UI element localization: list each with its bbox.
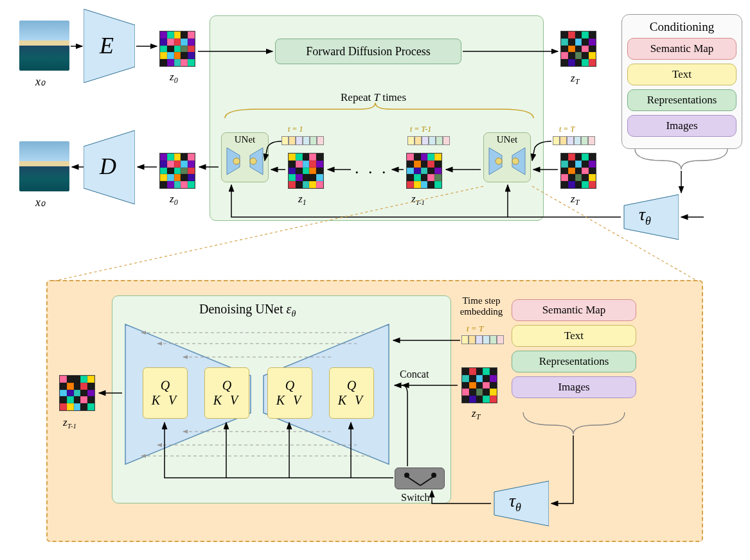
switch-block xyxy=(395,468,445,489)
zT-top-label: zT xyxy=(571,72,579,87)
ts-1-label: t = 1 xyxy=(288,125,303,134)
unet-label-right: UNet xyxy=(497,134,518,145)
z0-bot-label: z0 xyxy=(170,193,178,207)
unet-icon-r xyxy=(488,146,526,176)
svg-marker-23 xyxy=(494,481,549,526)
zT-in-label: zT xyxy=(472,407,480,422)
qkv-block-2: QK V xyxy=(204,367,249,419)
svg-point-3 xyxy=(233,158,240,164)
qkv-block-1: QK V xyxy=(143,367,188,419)
forward-diffusion-label: Forward Diffusion Process xyxy=(306,45,431,58)
latent-z0-top xyxy=(159,31,195,67)
switch-label: Switch xyxy=(401,492,429,503)
cond-semantic-map: Semantic Map xyxy=(627,38,737,60)
ts-T1-label: t = T-1 xyxy=(410,125,431,134)
denoising-title: Denoising UNet εθ xyxy=(199,302,296,319)
concat-label: Concat xyxy=(400,369,429,380)
output-image xyxy=(19,141,69,191)
forward-diffusion-box: Forward Diffusion Process xyxy=(275,39,461,64)
cond-semantic-map-d: Semantic Map xyxy=(512,299,636,321)
decoder-label: D xyxy=(100,153,116,180)
latent-zT-1-out xyxy=(59,375,95,411)
cond-images: Images xyxy=(627,115,737,137)
ts-strip-T-top xyxy=(553,136,595,145)
latent-zT-mid xyxy=(560,153,596,189)
ts-strip-T1 xyxy=(407,136,450,145)
qkv-block-4: QK V xyxy=(329,367,374,419)
zT-1-out-label: zT-1 xyxy=(63,416,76,430)
qkv-block-3: QK V xyxy=(267,367,312,419)
svg-marker-10 xyxy=(624,195,679,240)
ts-T-label-top: t = T xyxy=(559,125,575,134)
zT-mid-label: zT xyxy=(571,193,579,207)
input-image xyxy=(19,21,69,71)
unet-icon xyxy=(226,146,264,176)
z0-top-label: z0 xyxy=(170,71,178,85)
ts-T-label-detail: t = T xyxy=(467,324,483,334)
ts-strip-detail xyxy=(461,335,504,344)
z1-label: z1 xyxy=(298,193,307,207)
tau-label-top: τθ xyxy=(639,204,651,228)
cond-representations-d: Representations xyxy=(512,351,636,372)
latent-zT-1 xyxy=(406,153,442,189)
latent-zT-in xyxy=(461,367,497,403)
latent-z1 xyxy=(288,153,324,189)
unet-label-left: UNet xyxy=(235,134,256,145)
conditioning-panel-detail: Semantic Map Text Representations Images xyxy=(512,299,636,402)
ts-strip-1 xyxy=(281,136,324,145)
unet-block-left: UNet xyxy=(221,132,269,182)
unet-block-right: UNet xyxy=(483,132,531,182)
encoder-label: E xyxy=(100,32,114,59)
output-label: x₀ xyxy=(35,195,45,209)
svg-point-4 xyxy=(250,158,256,164)
latent-z0-bot xyxy=(159,153,195,189)
svg-line-22 xyxy=(420,477,434,486)
zT-1-label: zT-1 xyxy=(411,193,425,206)
svg-line-21 xyxy=(407,477,420,486)
svg-point-8 xyxy=(512,158,519,164)
svg-point-7 xyxy=(496,158,502,164)
cond-text-d: Text xyxy=(512,325,636,347)
cond-representations: Representations xyxy=(627,89,737,111)
ellipsis: · · · xyxy=(355,163,389,182)
cond-images-d: Images xyxy=(512,376,636,398)
input-label: x₀ xyxy=(35,74,45,89)
conditioning-title: Conditioning xyxy=(627,20,737,34)
cond-text: Text xyxy=(627,64,737,85)
tau-label-detail: τθ xyxy=(509,491,521,514)
repeat-label: Repeat T times xyxy=(341,91,406,104)
latent-zT-top xyxy=(560,31,596,67)
conditioning-panel: Conditioning Semantic Map Text Represent… xyxy=(621,14,742,149)
timestep-label: Time step embedding xyxy=(452,295,510,317)
